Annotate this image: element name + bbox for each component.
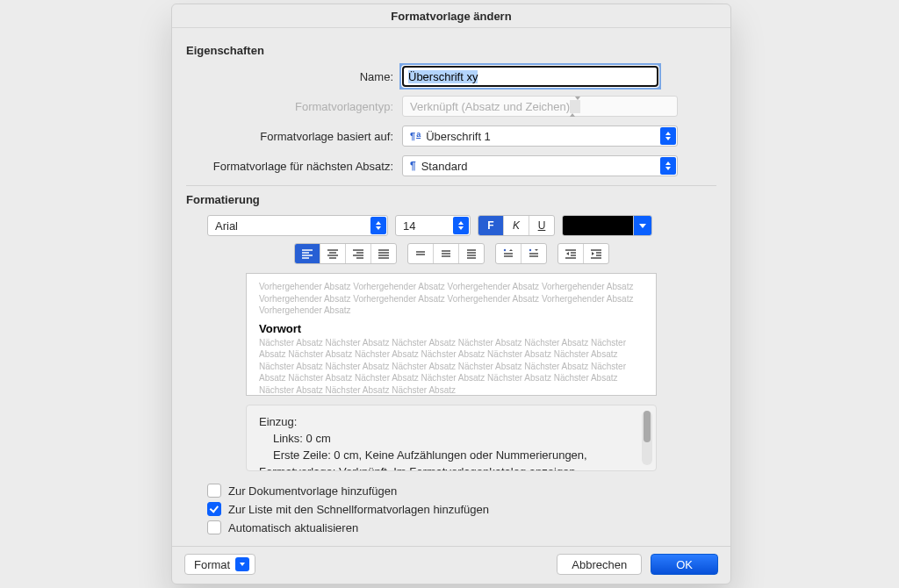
spacing-1-button[interactable] (408, 244, 434, 263)
type-value: Verknüpft (Absatz und Zeichen) (410, 100, 570, 113)
dialog-title: Formatvorlage ändern (172, 4, 730, 28)
space-before-inc-button[interactable] (496, 244, 521, 263)
check-label: Zur Dokumentvorlage hinzufügen (228, 484, 397, 498)
align-left-button[interactable] (295, 244, 320, 263)
align-justify-button[interactable] (371, 244, 396, 263)
svg-point-25 (503, 249, 505, 251)
color-swatch-icon (563, 216, 633, 235)
line-spacing-group (407, 243, 485, 264)
indent-group (557, 243, 609, 264)
separator (186, 185, 716, 186)
based-on-value: Überschrift 1 (426, 130, 491, 143)
preview-prev-paragraph: Vorhergehender Absatz Vorhergehender Abs… (259, 281, 644, 317)
paragraph-icon: ¶ (410, 160, 416, 172)
next-style-label: Formatvorlage für nächsten Absatz: (186, 160, 402, 173)
name-label: Name: (186, 70, 402, 83)
checkbox-icon (207, 520, 221, 534)
based-on-label: Formatvorlage basiert auf: (186, 130, 402, 143)
preview-sample-text: Vorwort (259, 322, 644, 335)
chevron-updown-icon (660, 157, 676, 175)
underline-button[interactable]: U (529, 216, 554, 235)
scrollbar[interactable] (642, 411, 652, 465)
desc-line: Einzug: (259, 414, 644, 431)
preview-pane: Vorhergehender Absatz Vorhergehender Abs… (246, 273, 657, 396)
auto-update-check[interactable]: Automatisch aktualisieren (207, 520, 716, 534)
chevron-updown-icon (660, 127, 676, 145)
svg-marker-38 (592, 252, 594, 255)
scrollbar-thumb[interactable] (644, 411, 651, 442)
svg-marker-30 (535, 249, 538, 251)
desc-line: Erste Zeile: 0 cm, Keine Aufzählungen od… (273, 448, 644, 464)
font-size-select[interactable]: 14 (395, 215, 471, 236)
quick-styles-check[interactable]: Zur Liste mit den Schnellformatvorlagen … (207, 502, 716, 516)
indent-increase-button[interactable] (584, 244, 608, 263)
desc-line: Links: 0 cm (273, 431, 644, 448)
next-style-select[interactable]: ¶ Standard (402, 155, 678, 176)
section-properties: Eigenschaften (186, 44, 716, 57)
font-toolbar: Arial 14 F K U (186, 215, 716, 236)
desc-line: Formatvorlage: Verknüpft, Im Formatvorla… (259, 464, 644, 471)
linked-style-icon: ¶a (410, 131, 421, 141)
ok-button[interactable]: OK (651, 554, 718, 575)
bold-button[interactable]: F (478, 216, 504, 235)
space-before-dec-button[interactable] (521, 244, 546, 263)
font-color-picker[interactable] (562, 215, 652, 236)
check-label: Zur Liste mit den Schnellformatvorlagen … (228, 503, 489, 516)
chevron-down-icon (235, 557, 249, 571)
cancel-button[interactable]: Abbrechen (557, 554, 642, 575)
alignment-group (294, 243, 397, 264)
type-label: Formatvorlagentyp: (186, 100, 402, 113)
checkbox-checked-icon (207, 502, 221, 516)
align-right-button[interactable] (346, 244, 371, 263)
paragraph-toolbar (186, 243, 716, 264)
name-field[interactable] (402, 66, 658, 87)
svg-point-29 (529, 249, 530, 251)
type-select: Verknüpft (Absatz und Zeichen) (402, 96, 678, 117)
font-family-select[interactable]: Arial (207, 215, 388, 236)
chevron-updown-icon (570, 100, 580, 113)
check-label: Automatisch aktualisieren (228, 521, 358, 534)
dialog-footer: Format Abbrechen OK (172, 546, 730, 584)
spacing-2-button[interactable] (459, 244, 484, 263)
section-formatting: Formatierung (186, 193, 716, 206)
chevron-updown-icon (370, 217, 386, 234)
paragraph-spacing-group (495, 243, 547, 264)
chevron-down-icon (633, 216, 651, 235)
modify-style-dialog: Formatvorlage ändern Eigenschaften Name:… (171, 4, 731, 584)
add-to-template-check[interactable]: Zur Dokumentvorlage hinzufügen (207, 484, 716, 498)
preview-next-paragraph: Nächster Absatz Nächster Absatz Nächster… (259, 337, 644, 397)
font-style-group: F K U (478, 215, 555, 236)
font-size-value: 14 (403, 219, 415, 233)
svg-marker-26 (509, 249, 513, 251)
font-family-value: Arial (215, 219, 238, 233)
format-menu-label: Format (194, 558, 230, 571)
indent-decrease-button[interactable] (558, 244, 584, 263)
chevron-updown-icon (453, 217, 469, 234)
align-center-button[interactable] (320, 244, 346, 263)
next-style-value: Standard (421, 160, 468, 173)
svg-marker-33 (566, 252, 569, 255)
dialog-body: Eigenschaften Name: Formatvorlagentyp: V… (172, 28, 730, 546)
format-menu-button[interactable]: Format (184, 554, 255, 575)
checkbox-icon (207, 484, 221, 498)
options-checks: Zur Dokumentvorlage hinzufügen Zur Liste… (207, 484, 716, 534)
style-description: Einzug: Links: 0 cm Erste Zeile: 0 cm, K… (246, 405, 657, 471)
based-on-select[interactable]: ¶a Überschrift 1 (402, 125, 678, 147)
spacing-1.5-button[interactable] (434, 244, 459, 263)
italic-button[interactable]: K (504, 216, 529, 235)
